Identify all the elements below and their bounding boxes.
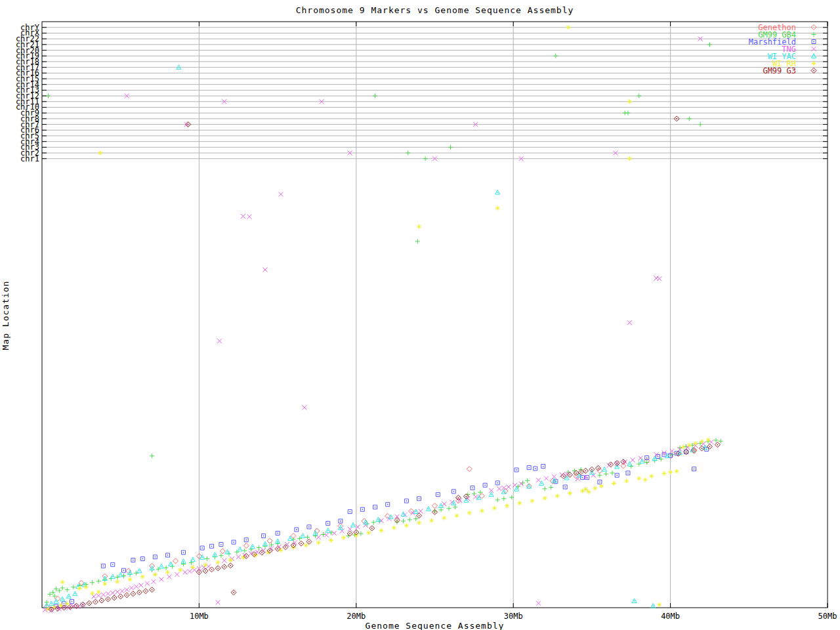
gm99-g3-point [369, 526, 375, 531]
tng-point [175, 572, 179, 577]
plot-border [42, 22, 828, 608]
tng-point [316, 535, 321, 539]
wi-yac-point [489, 492, 494, 497]
gm99-gb4-chrom-point [423, 156, 428, 161]
wi-rh-point [687, 443, 692, 448]
wi-rh-point [366, 530, 371, 535]
marshfield-point [101, 564, 105, 568]
legend-label: GM99 G3 [763, 66, 796, 75]
wi-yac-point [238, 547, 242, 551]
wi-rh-point [700, 439, 704, 444]
gm99-gb4-point [439, 507, 444, 512]
wi-yac-point [159, 564, 163, 568]
gm99-gb4-point [90, 580, 94, 585]
gm99-gb4-point [358, 532, 363, 536]
wi-yac-point [351, 522, 356, 527]
marshfield-point [626, 471, 630, 475]
wi-rh-point [90, 591, 94, 596]
tng-point [639, 456, 643, 461]
gm99-g3-point [112, 595, 117, 600]
gm99-gb4-chrom-point [687, 116, 692, 121]
marshfield-point [166, 553, 170, 557]
gm99-gb4-point [719, 439, 723, 444]
wi-yac-point [190, 557, 195, 562]
gm99-g3-point [699, 446, 704, 451]
gm99-gb4-point [65, 587, 70, 592]
chromosome-row-label: chr1 [20, 154, 39, 163]
legend-marker-icon [811, 68, 816, 74]
wi-rh-point [153, 572, 158, 577]
marshfield-point [326, 521, 330, 525]
tng-point [241, 214, 245, 219]
marshfield-point [348, 510, 352, 514]
wi-yac-point [49, 601, 54, 606]
gm99-gb4-point [205, 556, 209, 561]
tng-point [188, 569, 192, 574]
gm99-g3-point [228, 563, 233, 568]
wi-yac-point [452, 501, 456, 505]
scatter-plot: chrYchrXchr22chr21chr20chr19chr18chr17ch… [0, 0, 840, 630]
marshfield-point [471, 486, 474, 490]
gm99-g3-point [222, 564, 227, 570]
wi-rh-point [329, 538, 333, 543]
marshfield-point [339, 519, 343, 523]
wi-yac-point [401, 512, 406, 516]
wi-yac-point [60, 597, 65, 601]
x-tick-label: 10Mb [190, 612, 209, 621]
wi-rh-point [649, 474, 654, 478]
tng-point [167, 574, 171, 579]
gm99-gb4-point [96, 579, 101, 583]
gm99-g3-point [136, 590, 142, 595]
marshfield-point [111, 562, 115, 566]
wi-rh-point [492, 506, 497, 511]
wi-rh-point [102, 581, 107, 586]
gm99-g3-point [455, 495, 461, 500]
x-tick-label: 20Mb [346, 612, 366, 621]
wi-rh-point [612, 481, 616, 486]
tng-point [222, 558, 226, 563]
wi-rh-point [128, 577, 133, 581]
gm99-gb4-point [60, 585, 65, 590]
wi-yac-point [627, 461, 632, 466]
gm99-gb4-chrom-point [46, 94, 51, 98]
tng-point [236, 555, 241, 559]
marshfield-point [404, 499, 408, 503]
wi-rh-point [379, 528, 384, 533]
wi-rh-point [228, 558, 233, 562]
tng-point [120, 589, 125, 593]
wi-rh-chrom-point [566, 25, 570, 30]
tng-point [536, 601, 541, 606]
wi-rh-point [637, 476, 641, 481]
gm99-g3-point [417, 513, 422, 518]
gm99-gb4-chrom-point [637, 94, 641, 98]
genethon-point [432, 503, 438, 509]
wi-rh-point [543, 496, 547, 501]
chart-root: Chromosome 9 Markers vs Genome Sequence … [0, 0, 840, 630]
tng-point [151, 579, 156, 584]
wi-rh-point [216, 560, 220, 564]
tng-point [657, 276, 662, 281]
marshfield-point [276, 531, 280, 535]
gm99-g3-point [589, 467, 595, 472]
marshfield-point [307, 525, 311, 529]
marshfield-point [140, 556, 144, 560]
gm99-g3-point [215, 566, 220, 571]
wi-rh-point [624, 479, 629, 484]
wi-rh-point [643, 478, 648, 482]
gm99-gb4-chrom-point [553, 54, 558, 58]
tng-point [627, 320, 632, 325]
gm99-gb4-point [71, 585, 75, 589]
marshfield-point [181, 551, 185, 555]
marshfield-point [262, 534, 266, 538]
wi-rh-point [681, 445, 685, 450]
tng-point [159, 577, 163, 581]
gm99-g3-point [299, 541, 304, 546]
gm99-g3-point [715, 442, 720, 448]
wi-yac-point [118, 572, 123, 577]
marshfield-point [232, 540, 236, 544]
marshfield-point [692, 467, 696, 471]
tng-point [110, 591, 115, 595]
legend-marker-icon [812, 61, 816, 66]
marshfield-point [244, 538, 248, 542]
gm99-g3-point [231, 590, 236, 595]
